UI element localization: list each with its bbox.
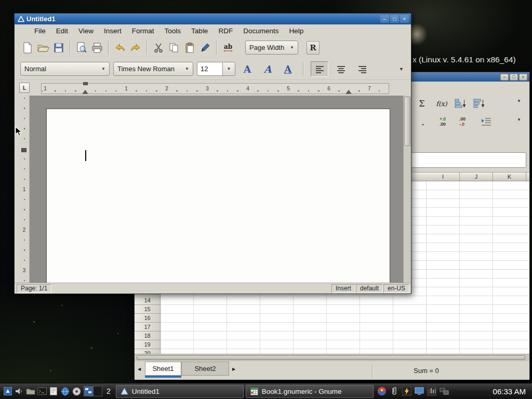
file-manager-icon[interactable]: [25, 385, 36, 397]
tab-sheet2[interactable]: Sheet2: [181, 362, 229, 376]
row-header-19[interactable]: 19: [135, 340, 160, 349]
row-header-15[interactable]: 15: [135, 305, 160, 314]
menu-edit[interactable]: Edit: [51, 25, 73, 36]
decrease-decimals-icon[interactable]: .00-.0: [455, 114, 470, 130]
web-browser-icon[interactable]: [59, 385, 71, 397]
print-icon[interactable]: [89, 40, 105, 56]
spellcheck-icon[interactable]: ab: [220, 40, 236, 56]
toolbar-overflow-icon[interactable]: ▼: [515, 99, 523, 103]
column-header-J[interactable]: J: [460, 172, 493, 181]
vertical-scrollbar[interactable]: [403, 96, 411, 283]
redo-icon[interactable]: [128, 40, 143, 56]
bold-button[interactable]: A: [239, 61, 256, 77]
tab-scroll-left-icon[interactable]: ◀: [135, 362, 144, 376]
new-document-icon[interactable]: [20, 40, 35, 56]
menu-documents[interactable]: Documents: [238, 25, 284, 36]
italic-button[interactable]: A: [259, 61, 276, 77]
row-header-14[interactable]: 14: [135, 296, 160, 305]
sort-ascending-icon[interactable]: [453, 96, 468, 111]
task-button-abiword[interactable]: Untitled1: [116, 385, 244, 398]
close-button[interactable]: ×: [400, 15, 409, 23]
maximize-button[interactable]: □: [390, 15, 399, 23]
menu-format[interactable]: Format: [127, 25, 159, 36]
font-size-dropdown-button[interactable]: ▼: [223, 62, 235, 76]
column-header-K[interactable]: K: [493, 172, 526, 181]
maximize-button[interactable]: □: [510, 74, 518, 81]
scrollbar-thumb[interactable]: [137, 355, 525, 360]
left-indent-marker[interactable]: [82, 90, 88, 94]
menu-view[interactable]: View: [73, 25, 99, 36]
paste-icon[interactable]: [182, 40, 197, 56]
minimize-button[interactable]: –: [500, 74, 509, 81]
workspace-number: 2: [107, 387, 111, 395]
scrollbar-thumb[interactable]: [404, 97, 410, 146]
menu-table[interactable]: Table: [186, 25, 213, 36]
ruler-band[interactable]: 1 1 2 3 4 5 6 7: [41, 83, 389, 94]
toolbar-overflow-icon[interactable]: ▼: [399, 66, 404, 72]
row-header-17[interactable]: 17: [135, 323, 160, 331]
horizontal-ruler[interactable]: L 1 1 2 3 4 5 6 7: [15, 80, 411, 96]
volume-icon[interactable]: [14, 385, 25, 397]
tab-sheet1[interactable]: Sheet1: [145, 362, 181, 376]
format-painter-icon[interactable]: [197, 40, 213, 56]
open-document-icon[interactable]: [35, 40, 51, 56]
vertical-ruler[interactable]: 1 2 3: [19, 96, 30, 283]
align-right-button[interactable]: [353, 61, 371, 77]
row-header-20[interactable]: 20: [135, 349, 160, 354]
cd-player-icon[interactable]: [71, 385, 82, 397]
column-header-I[interactable]: I: [427, 172, 460, 181]
workspace-1-cell[interactable]: [84, 387, 93, 396]
increase-decimals-icon[interactable]: +.0.00: [435, 114, 450, 130]
menu-help[interactable]: Help: [284, 25, 309, 36]
task-button-gnumeric[interactable]: Book1.gnumeric - Gnume: [246, 385, 374, 398]
tray-network-icon[interactable]: [439, 386, 450, 397]
first-line-indent-marker[interactable]: [83, 82, 88, 85]
right-indent-marker[interactable]: [345, 90, 352, 94]
font-size-input[interactable]: [197, 62, 223, 76]
save-icon[interactable]: [51, 40, 66, 56]
underline-button[interactable]: A: [280, 61, 296, 77]
thousands-separator-icon[interactable]: .: [415, 114, 431, 130]
style-combobox[interactable]: Normal ▼: [20, 62, 110, 76]
print-preview-icon[interactable]: [74, 40, 89, 56]
function-icon[interactable]: f(x): [434, 96, 449, 111]
toolbar-separator: [216, 41, 217, 55]
document-page[interactable]: [46, 109, 390, 283]
indent-icon[interactable]: [478, 114, 494, 130]
sort-descending-icon[interactable]: [471, 96, 487, 111]
tray-power-icon[interactable]: [402, 386, 413, 397]
cut-icon[interactable]: [151, 40, 166, 56]
horizontal-scrollbar[interactable]: [135, 354, 529, 361]
menu-rdf[interactable]: RDF: [213, 25, 238, 36]
workspace-pager[interactable]: [84, 386, 102, 396]
abiword-titlebar[interactable]: Untitled1 – □ ×: [15, 14, 411, 24]
copy-icon[interactable]: [166, 40, 182, 56]
autosum-icon[interactable]: Σ: [414, 96, 430, 111]
terminal-icon[interactable]: [36, 385, 48, 397]
toolbar-overflow-icon[interactable]: ▼: [515, 117, 523, 122]
top-margin-marker[interactable]: [21, 148, 26, 152]
start-menu-icon[interactable]: [2, 385, 14, 397]
chevron-down-icon: ▼: [227, 67, 231, 71]
menu-file[interactable]: File: [29, 25, 51, 36]
zoom-combobox[interactable]: Page Width ▼: [245, 41, 298, 55]
align-center-button[interactable]: [332, 61, 350, 77]
tray-clipboard-icon[interactable]: [389, 386, 400, 397]
font-combobox[interactable]: Times New Roman ▼: [113, 62, 193, 76]
align-left-button[interactable]: [311, 61, 328, 77]
tab-stop-selector-button[interactable]: L: [19, 83, 30, 93]
tray-display-icon[interactable]: [414, 386, 425, 397]
row-header-16[interactable]: 16: [135, 314, 160, 323]
tab-scroll-right-icon[interactable]: ▶: [229, 362, 238, 376]
menu-insert[interactable]: Insert: [99, 25, 127, 36]
text-editor-icon[interactable]: [48, 385, 59, 397]
close-button[interactable]: ×: [519, 74, 527, 81]
undo-icon[interactable]: [112, 40, 128, 56]
minimize-button[interactable]: –: [380, 15, 389, 23]
menu-tools[interactable]: Tools: [159, 25, 187, 36]
rdf-button[interactable]: R: [307, 41, 320, 55]
tray-messenger-icon[interactable]: [377, 386, 388, 397]
workspace-2-cell[interactable]: [93, 387, 102, 396]
tray-mixer-icon[interactable]: [427, 386, 437, 397]
row-header-18[interactable]: 18: [135, 331, 160, 340]
